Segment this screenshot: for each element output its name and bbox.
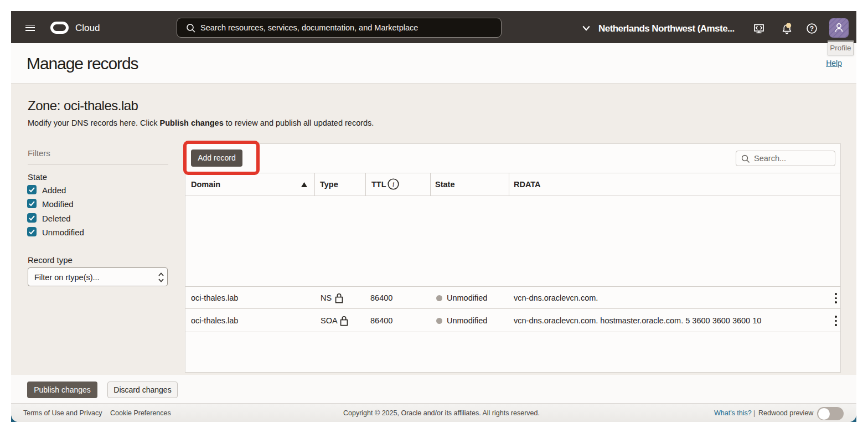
svg-text:i: i (392, 180, 395, 188)
svg-text:?: ? (810, 25, 814, 33)
